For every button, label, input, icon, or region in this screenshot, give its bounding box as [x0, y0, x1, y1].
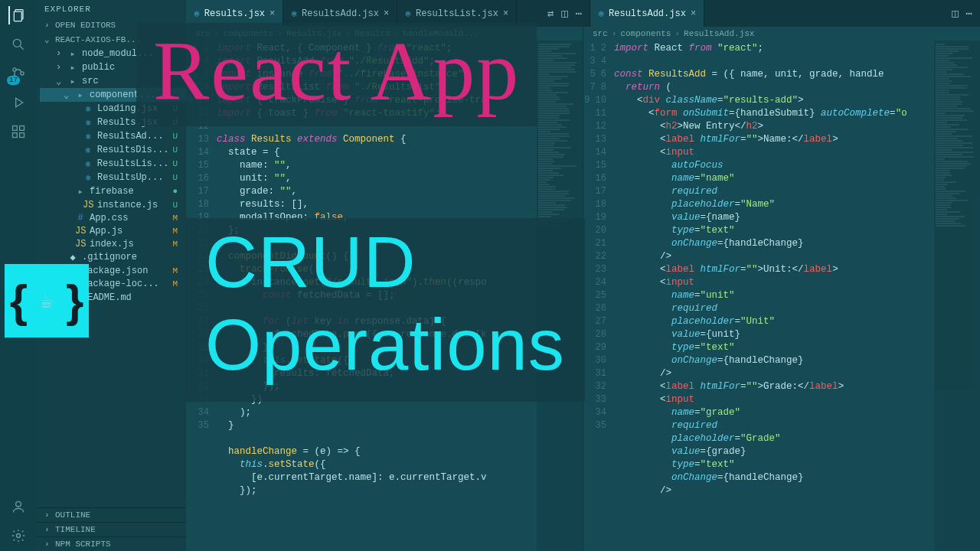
extensions-icon[interactable]	[9, 122, 28, 141]
svg-rect-1	[14, 11, 21, 21]
tree-item-index-js[interactable]: JSindex.jsM	[40, 237, 186, 250]
tree-item-resultsup-[interactable]: ⚛ResultsUp...U	[40, 171, 186, 184]
tree-item-app-css[interactable]: #App.cssM	[40, 211, 186, 224]
split-icon[interactable]: ◫	[561, 7, 567, 20]
minimap-right[interactable]	[934, 41, 980, 551]
code-right[interactable]: import React from "react"; const Results…	[614, 41, 934, 551]
tree-item--gitignore[interactable]: ◆.gitignore	[40, 250, 186, 264]
tab-resultsadd-jsx[interactable]: ⚛ResultsAdd.jsx×	[590, 0, 704, 27]
svg-rect-6	[13, 126, 18, 131]
svg-rect-8	[20, 133, 24, 138]
tab-group-right: ⚛ResultsAdd.jsx×	[590, 0, 944, 27]
tree-item-app-js[interactable]: JSApp.jsM	[40, 224, 186, 237]
close-icon[interactable]: ×	[384, 8, 389, 19]
svg-point-11	[17, 534, 21, 538]
tree-item-resultsad-[interactable]: ⚛ResultsAd...U	[40, 129, 186, 143]
compare-icon[interactable]: ⇄	[547, 7, 554, 20]
svg-point-5	[21, 72, 24, 75]
channel-logo: { } ☕	[5, 264, 89, 337]
section-npm[interactable]: ›NPM SCRIPTS	[37, 536, 186, 551]
more-icon[interactable]: ⋯	[576, 7, 582, 20]
tree-item-resultsdis-[interactable]: ⚛ResultsDis...U	[40, 143, 186, 157]
close-icon[interactable]: ×	[270, 8, 275, 19]
tree-item-instance-js[interactable]: JSinstance.jsU	[40, 198, 186, 211]
overlay-crud: CRUD Operations	[185, 218, 585, 402]
close-icon[interactable]: ×	[503, 8, 508, 19]
section-timeline[interactable]: ›TIMELINE	[37, 522, 186, 536]
breadcrumb-right[interactable]: src›components›ResultsAdd.jsx	[583, 27, 980, 41]
tab-actions-left: ⇄ ◫ ⋯	[540, 0, 590, 27]
account-icon[interactable]	[9, 497, 28, 516]
svg-point-10	[16, 501, 21, 507]
editor-right: src›components›ResultsAdd.jsx 1 2 3 4 5 …	[583, 27, 980, 551]
tree-item-firebase[interactable]: ▸firebase●	[40, 184, 186, 198]
settings-icon[interactable]	[9, 527, 28, 545]
svg-point-3	[13, 68, 16, 71]
scm-badge: 17	[7, 76, 20, 85]
section-outline[interactable]: ›OUTLINE	[37, 507, 186, 522]
svg-point-2	[13, 39, 21, 47]
debug-icon[interactable]	[9, 93, 28, 112]
svg-rect-7	[13, 133, 18, 138]
overlay-crud-l1: CRUD	[205, 221, 565, 304]
overlay-title: React App	[136, 23, 537, 126]
search-icon[interactable]	[9, 35, 28, 54]
explorer-header: EXPLORER	[37, 0, 186, 18]
overlay-crud-l2: Operations	[205, 304, 565, 386]
gutter-right: 1 2 3 4 5 6 7 8 9 10 11 12 13 14 15 16 1…	[583, 41, 614, 551]
scm-icon[interactable]: 17	[9, 64, 28, 83]
more-icon[interactable]: ⋯	[966, 7, 972, 20]
split-icon[interactable]: ◫	[952, 7, 958, 20]
explorer-icon[interactable]	[8, 6, 27, 24]
tree-item-resultslis-[interactable]: ⚛ResultsLis...U	[40, 157, 186, 171]
overlay-title-text: React App	[153, 23, 520, 120]
tab-actions-right: ◫ ⋯	[944, 0, 980, 27]
svg-rect-9	[20, 126, 24, 131]
close-icon[interactable]: ×	[691, 8, 696, 19]
